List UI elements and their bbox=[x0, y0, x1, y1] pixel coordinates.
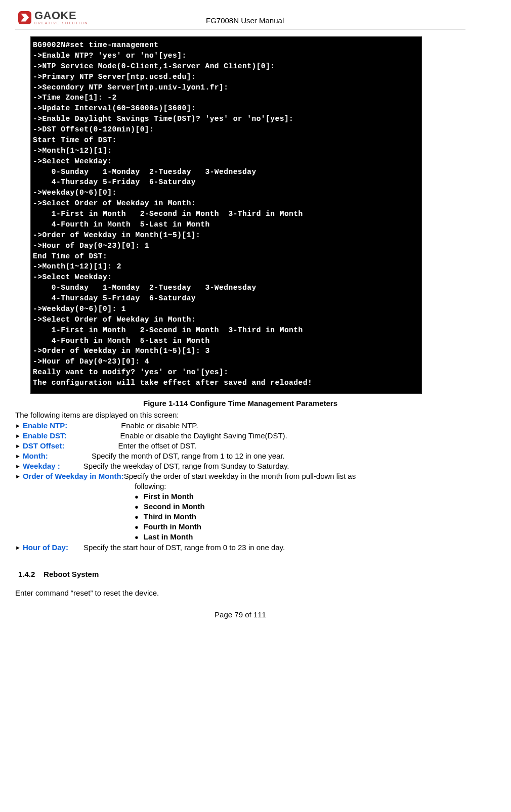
triangle-icon: ► bbox=[15, 463, 21, 469]
page-header: GAOKE CREATIVE SOLUTION FG7008N User Man… bbox=[15, 10, 465, 27]
param-label: Enable DST: bbox=[23, 431, 67, 440]
logo-mark-icon bbox=[18, 11, 31, 24]
param-month: ► Month: Specify the month of DST, range… bbox=[15, 452, 465, 460]
param-label: DST Offset: bbox=[23, 441, 65, 450]
bullet-icon: ● bbox=[135, 533, 139, 541]
param-desc: Specify the start hour of DST, range fro… bbox=[83, 543, 285, 552]
section-number: 1.4.2 bbox=[18, 570, 35, 578]
bullet-text: Fourth in Month bbox=[144, 522, 201, 531]
bullet-text: First in Month bbox=[144, 492, 194, 501]
bullet-text: Last in Month bbox=[144, 532, 193, 541]
terminal-screenshot: BG9002N#set time-management ->Enable NTP… bbox=[30, 36, 422, 394]
triangle-icon: ► bbox=[15, 433, 21, 439]
param-enable-dst: ► Enable DST: Enable or disable the Dayl… bbox=[15, 431, 465, 440]
list-item: ● Second in Month bbox=[135, 502, 465, 511]
logo: GAOKE CREATIVE SOLUTION bbox=[18, 10, 88, 25]
list-item: ● First in Month bbox=[135, 492, 465, 501]
reset-instruction: Enter command “reset” to reset the devic… bbox=[15, 589, 465, 597]
param-hour: ► Hour of Day: Specify the start hour of… bbox=[15, 543, 465, 552]
list-item: ● Third in Month bbox=[135, 512, 465, 521]
header-divider bbox=[15, 29, 465, 29]
bullet-icon: ● bbox=[135, 523, 139, 531]
logo-text: GAOKE CREATIVE SOLUTION bbox=[34, 10, 88, 25]
bullet-icon: ● bbox=[135, 513, 139, 521]
triangle-icon: ► bbox=[15, 423, 21, 429]
param-label: Month: bbox=[23, 452, 48, 460]
triangle-icon: ► bbox=[15, 453, 21, 459]
param-desc: Enable or disable the Daylight Saving Ti… bbox=[120, 431, 287, 440]
param-desc: Specify the weekday of DST, range from S… bbox=[83, 462, 289, 470]
section-title: Reboot System bbox=[44, 570, 99, 578]
logo-name: GAOKE bbox=[34, 10, 88, 21]
param-weekday: ► Weekday : Specify the weekday of DST, … bbox=[15, 462, 465, 470]
bullet-text: Second in Month bbox=[144, 502, 205, 511]
page-footer: Page 79 of 111 bbox=[15, 610, 465, 619]
param-desc: Specify the order of start weekday in th… bbox=[124, 472, 356, 480]
param-label: Weekday : bbox=[23, 462, 60, 470]
figure-caption: Figure 1-114 Configure Time Management P… bbox=[15, 399, 465, 408]
bullet-icon: ● bbox=[135, 503, 139, 511]
param-label: Enable NTP: bbox=[23, 421, 67, 430]
bullet-text: Third in Month bbox=[144, 512, 196, 521]
section-heading: 1.4.2 Reboot System bbox=[18, 570, 465, 578]
triangle-icon: ► bbox=[15, 545, 21, 551]
param-enable-ntp: ► Enable NTP: Enable or disable NTP. bbox=[15, 421, 465, 430]
list-item: ● Fourth in Month bbox=[135, 522, 465, 531]
triangle-icon: ► bbox=[15, 443, 21, 449]
param-order-weekday: ► Order of Weekday in Month: Specify the… bbox=[15, 472, 465, 480]
param-label: Order of Weekday in Month: bbox=[23, 472, 124, 480]
triangle-icon: ► bbox=[15, 473, 21, 479]
bullet-icon: ● bbox=[135, 493, 139, 501]
param-desc: Enter the offset of DST. bbox=[118, 441, 196, 450]
param-desc: Specify the month of DST, range from 1 t… bbox=[92, 452, 285, 460]
list-item: ● Last in Month bbox=[135, 532, 465, 541]
param-label: Hour of Day: bbox=[23, 543, 68, 552]
param-desc: Enable or disable NTP. bbox=[121, 421, 198, 430]
document-title: FG7008N User Manual bbox=[88, 16, 462, 25]
param-dst-offset: ► DST Offset: Enter the offset of DST. bbox=[15, 441, 465, 450]
bullet-list: ● First in Month ● Second in Month ● Thi… bbox=[135, 492, 465, 541]
intro-text: The following items are displayed on thi… bbox=[15, 411, 465, 419]
logo-tagline: CREATIVE SOLUTION bbox=[34, 21, 88, 25]
following-text: following: bbox=[135, 482, 465, 490]
